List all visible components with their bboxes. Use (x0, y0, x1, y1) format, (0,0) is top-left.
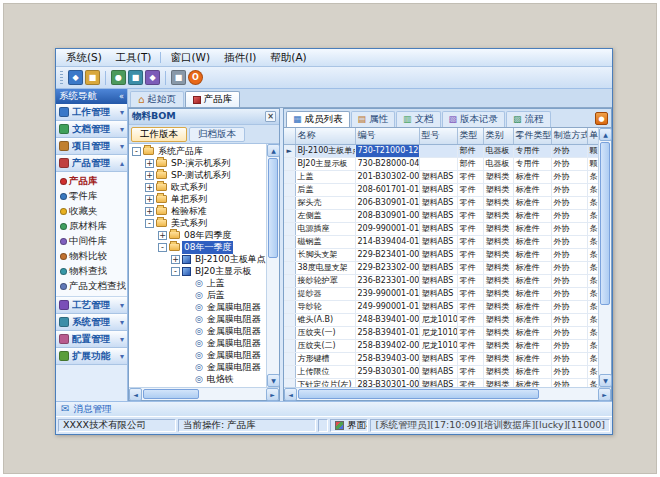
table-row[interactable]: 方形键槽258-B39403-00E塑料ABS零件塑料类标准件外协条 (284, 352, 598, 365)
open-icon[interactable]: ■ (85, 70, 100, 85)
tree-node-美式系列[interactable]: -美式系列 (129, 217, 266, 229)
expand-icon[interactable]: + (145, 159, 154, 168)
sidebar-item-零件库[interactable]: 零件库 (56, 189, 127, 204)
column-header-类型[interactable]: 类型 (457, 128, 483, 144)
grid-vscroll-track[interactable] (599, 141, 611, 374)
table-row[interactable]: 下针定位片(左)283-B30301-00E塑料ABS零件塑料类标准件外协条 (284, 378, 598, 387)
grid-scroll-up-icon[interactable]: ▲ (599, 128, 612, 141)
help-icon[interactable]: ■ (171, 70, 186, 85)
nav-group-配置管理[interactable]: 配置管理▾ (56, 331, 127, 348)
tree-scroll-left-icon[interactable]: ◄ (129, 388, 142, 401)
expand-icon[interactable]: + (158, 231, 167, 240)
sidebar-item-中间件库[interactable]: 中间件库 (56, 234, 127, 249)
tree-node-金属膜电阻器[interactable]: ◎金属膜电阻器 (129, 313, 266, 325)
grid-scroll-right-icon[interactable]: ► (598, 388, 611, 401)
refresh-button[interactable]: ● (595, 112, 608, 125)
column-header-零件类型[interactable]: 零件类型 (513, 128, 551, 144)
column-header-单位[interactable]: 单位 (587, 128, 598, 144)
tree-node-上盖[interactable]: ◎上盖 (129, 277, 266, 289)
expand-icon[interactable]: + (145, 183, 154, 192)
tree-node-金属膜电阻器[interactable]: ◎金属膜电阻器 (129, 301, 266, 313)
grid-scroll-left-icon[interactable]: ◄ (284, 388, 297, 401)
tab-成员列表[interactable]: ▦成员列表 (286, 111, 350, 127)
tree-hscroll-thumb[interactable] (143, 389, 199, 399)
menu-item-5[interactable]: 帮助(A) (263, 50, 313, 66)
tree-hscroll-track[interactable] (142, 388, 266, 400)
tree-horizontal-scrollbar[interactable]: ◄ ► (129, 387, 279, 400)
nav-group-工艺管理[interactable]: 工艺管理▾ (56, 297, 127, 314)
table-row[interactable]: 锥头(A.B)248-B39401-00E尼龙1010零件塑料类标准件外协条 (284, 313, 598, 326)
tree-node-欧式系列[interactable]: +欧式系列 (129, 181, 266, 193)
table-row[interactable]: 压纹夹(一)258-B39401-01E尼龙1010零件塑料类标准件外协条 (284, 326, 598, 339)
tab-产品库[interactable]: 产品库 (185, 91, 241, 107)
tree-node-08年四季度[interactable]: +08年四季度 (129, 229, 266, 241)
table-row[interactable]: 导纱轮249-990001-01E塑料ABS零件塑料类标准件外协条 (284, 300, 598, 313)
tree-node-金属膜电阻器[interactable]: ◎金属膜电阻器 (129, 337, 266, 349)
table-row[interactable]: BJ20主显示板730-B28000-04E部件电器板专用件外协颗 (284, 157, 598, 170)
expand-icon[interactable]: + (145, 171, 154, 180)
tree-scroll-right-icon[interactable]: ► (266, 388, 279, 401)
sidebar-item-收藏夹[interactable]: 收藏夹 (56, 204, 127, 219)
table-row[interactable]: 磁钢盖214-B39404-01E塑料ABS零件塑料类标准件外协条 (284, 235, 598, 248)
table-row[interactable]: 38度电显支架229-B23302-00E塑料ABS零件塑料类标准件外协条 (284, 261, 598, 274)
grid-vscroll-thumb[interactable] (600, 142, 610, 305)
expand-icon[interactable]: + (171, 255, 180, 264)
nav-group-文档管理[interactable]: 文档管理▾ (56, 121, 127, 138)
tab-流程[interactable]: ▨流程 (506, 111, 551, 127)
sidebar-item-原材料库[interactable]: 原材料库 (56, 219, 127, 234)
expand-icon[interactable]: + (145, 207, 154, 216)
tab-归档版本[interactable]: 归档版本 (189, 127, 245, 142)
grid-hscroll-thumb[interactable] (298, 389, 539, 399)
grid-hscroll-track[interactable] (297, 388, 598, 400)
column-header-名称[interactable]: 名称 (295, 128, 355, 144)
tree-scroll-down-icon[interactable]: ▼ (267, 374, 280, 387)
nav-group-系统管理[interactable]: 系统管理▾ (56, 314, 127, 331)
tree-node-金属膜电阻器[interactable]: ◎金属膜电阻器 (129, 325, 266, 337)
tree-node-BJ20主显示板[interactable]: -BJ20主显示板 (129, 265, 266, 277)
tab-属性[interactable]: ▤属性 (351, 111, 396, 127)
column-header-制造方式[interactable]: 制造方式 (551, 128, 587, 144)
collapse-icon[interactable]: - (145, 219, 154, 228)
table-row[interactable]: 压纹夹(二)258-B39402-00E尼龙1010零件塑料类标准件外协条 (284, 339, 598, 352)
table-row[interactable]: 提纱器239-990001-01E塑料ABS零件塑料类标准件外协条 (284, 287, 598, 300)
search-icon[interactable]: ● (111, 70, 126, 85)
table-row[interactable]: 后盖208-601701-01E塑料ABS零件塑料类标准件外协条 (284, 183, 598, 196)
new-icon[interactable]: ◆ (68, 70, 83, 85)
collapse-sidebar-icon[interactable]: « (119, 92, 124, 101)
tree-node-SP-测试机系列[interactable]: +SP-测试机系列 (129, 169, 266, 181)
menu-item-4[interactable]: 插件(I) (217, 50, 263, 66)
expand-icon[interactable]: + (145, 195, 154, 204)
table-row[interactable]: 上盖201-B30302-00E塑料ABS零件塑料类标准件外协条 (284, 170, 598, 183)
table-row[interactable]: ►BJ-2100主板单点730-T21000-12E部件电器板专用件外协颗 (284, 144, 598, 157)
tree-node-SP-演示机系列[interactable]: +SP-演示机系列 (129, 157, 266, 169)
table-row[interactable]: 探头壳206-B30901-01E塑料ABS零件塑料类标准件外协条 (284, 196, 598, 209)
sidebar-item-物料查找[interactable]: 物料查找 (56, 264, 127, 279)
collapse-icon[interactable]: - (171, 267, 180, 276)
tree-vscroll-thumb[interactable] (268, 158, 278, 258)
close-icon[interactable]: × (265, 111, 276, 122)
column-header-编号[interactable]: 编号 (355, 128, 419, 144)
view-icon[interactable]: ◆ (145, 70, 160, 85)
filter-icon[interactable]: ■ (128, 70, 143, 85)
message-panel-header[interactable]: ✉ 消息管理 (56, 401, 612, 416)
tree-node-系统产品库[interactable]: -系统产品库 (129, 145, 266, 157)
table-row[interactable]: 长脚头支架229-B23401-00E塑料ABS零件塑料类标准件外协条 (284, 248, 598, 261)
brand-icon[interactable]: O (188, 70, 203, 85)
collapse-icon[interactable]: - (158, 243, 167, 252)
tab-工作版本[interactable]: 工作版本 (131, 127, 187, 142)
tree-vscroll-track[interactable] (267, 157, 279, 374)
column-header-类别[interactable]: 类别 (483, 128, 513, 144)
tab-版本记录[interactable]: ▧版本记录 (442, 111, 506, 127)
nav-group-项目管理[interactable]: 项目管理▾ (56, 138, 127, 155)
sidebar-item-物料比较[interactable]: 物料比较 (56, 249, 127, 264)
grid-scroll-down-icon[interactable]: ▼ (599, 374, 612, 387)
table-row[interactable]: 上传限位259-B30301-00E塑料ABS零件塑料类标准件外协条 (284, 365, 598, 378)
tree-node-BJ-2100主板单点[interactable]: +BJ-2100主板单点 (129, 253, 266, 265)
grid-horizontal-scrollbar[interactable]: ◄ ► (284, 387, 611, 400)
collapse-icon[interactable]: - (132, 147, 141, 156)
column-header-indicator[interactable] (284, 128, 295, 144)
nav-group-工作管理[interactable]: 工作管理▾ (56, 104, 127, 121)
table-row[interactable]: 电源插座209-990001-01E塑料ABS零件塑料类标准件外协条 (284, 222, 598, 235)
tab-文档[interactable]: ▥文档 (396, 111, 441, 127)
nav-group-产品管理[interactable]: 产品管理▴ (56, 155, 127, 172)
